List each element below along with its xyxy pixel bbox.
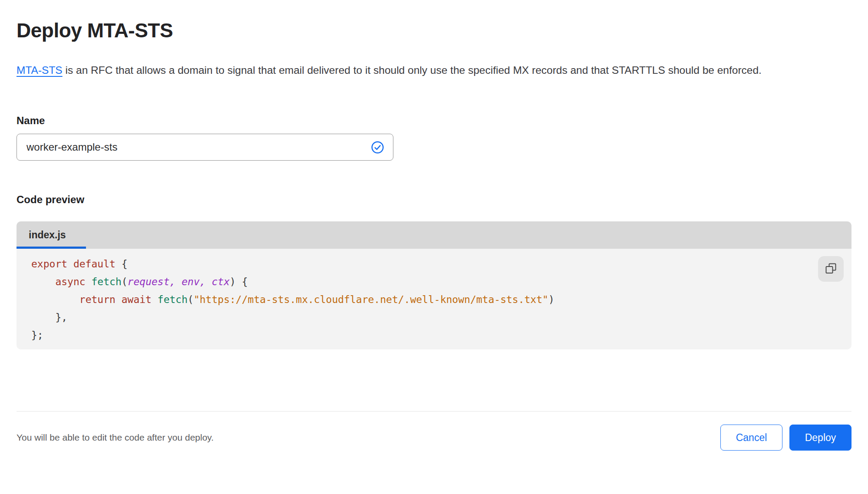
code-tab-bar: index.js [17, 221, 851, 249]
code-body: export default { async fetch(request, en… [17, 249, 851, 349]
check-circle-icon [371, 141, 384, 154]
deploy-mta-sts-page: Deploy MTA-STS MTA-STS is an RFC that al… [0, 0, 868, 451]
footer-note: You will be able to edit the code after … [17, 432, 214, 443]
page-description-text: is an RFC that allows a domain to signal… [63, 64, 762, 76]
footer-actions: Cancel Deploy [720, 425, 851, 451]
name-input-wrap [17, 134, 393, 161]
name-label: Name [17, 115, 851, 127]
tab-index-js[interactable]: index.js [17, 221, 86, 249]
page-title: Deploy MTA-STS [17, 17, 851, 43]
page-description: MTA-STS is an RFC that allows a domain t… [17, 63, 833, 78]
deploy-button[interactable]: Deploy [789, 425, 851, 451]
name-input[interactable] [26, 141, 371, 154]
code-editor: export default { async fetch(request, en… [31, 255, 799, 344]
tab-label: index.js [29, 229, 66, 241]
mta-sts-link[interactable]: MTA-STS [17, 64, 63, 76]
copy-code-button[interactable] [818, 256, 844, 282]
code-preview-label: Code preview [17, 194, 851, 206]
footer: You will be able to edit the code after … [17, 425, 851, 451]
cancel-button[interactable]: Cancel [720, 425, 782, 451]
copy-icon [825, 263, 837, 276]
code-preview-block: index.js export default { async fetch(re… [17, 221, 851, 349]
footer-divider [17, 411, 851, 412]
